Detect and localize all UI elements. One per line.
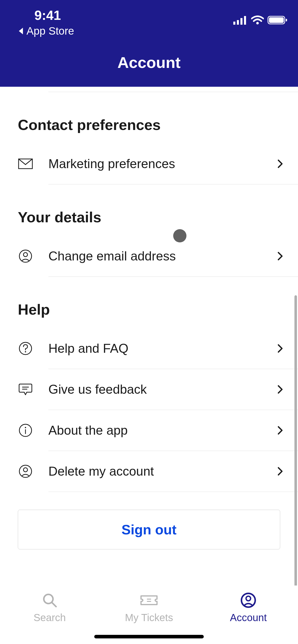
row-change-email[interactable]: Change email address (0, 236, 298, 276)
svg-rect-7 (286, 19, 287, 21)
svg-point-9 (19, 250, 32, 262)
row-label: Delete my account (48, 464, 275, 479)
cellular-icon (233, 16, 248, 25)
tab-search[interactable]: Search (0, 586, 99, 644)
svg-rect-1 (237, 20, 239, 25)
row-marketing-preferences[interactable]: Marketing preferences (0, 143, 298, 184)
chevron-right-icon (275, 343, 285, 354)
info-circle-icon (18, 423, 33, 438)
header: 9:41 App Store (0, 0, 298, 87)
svg-rect-3 (244, 16, 246, 25)
tab-label: Account (230, 612, 267, 623)
svg-rect-2 (240, 18, 242, 25)
home-indicator[interactable] (94, 635, 204, 638)
svg-point-18 (19, 465, 32, 477)
svg-point-12 (25, 351, 26, 353)
svg-line-21 (52, 603, 56, 607)
question-circle-icon (18, 341, 33, 356)
status-right-icons (233, 8, 288, 25)
row-label: Help and FAQ (48, 341, 275, 356)
page-title: Account (0, 38, 298, 87)
svg-rect-6 (269, 17, 284, 23)
status-bar: 9:41 App Store (0, 0, 298, 38)
wifi-icon (251, 16, 264, 25)
content-scroll[interactable]: Contact preferences Marketing preference… (0, 87, 298, 586)
person-circle-icon (18, 464, 33, 479)
svg-rect-0 (233, 22, 235, 25)
svg-point-10 (23, 253, 28, 257)
svg-point-4 (256, 22, 259, 24)
floating-dot[interactable] (173, 229, 186, 242)
back-to-app-store[interactable]: App Store (10, 25, 74, 37)
tab-label: Search (34, 612, 66, 623)
row-help-faq[interactable]: Help and FAQ (0, 328, 298, 369)
svg-point-19 (23, 468, 28, 472)
scroll-indicator[interactable] (294, 295, 297, 586)
row-delete-account[interactable]: Delete my account (0, 451, 298, 492)
search-icon (41, 593, 59, 608)
status-time: 9:41 (10, 8, 74, 23)
row-label: Marketing preferences (48, 156, 275, 171)
chevron-right-icon (275, 466, 285, 476)
row-about-app[interactable]: About the app (0, 410, 298, 451)
divider (48, 492, 298, 492)
chat-bubble-icon (18, 382, 33, 397)
chevron-right-icon (275, 159, 285, 169)
section-title-contact-preferences: Contact preferences (0, 92, 298, 143)
back-label: App Store (26, 25, 74, 37)
sign-out-button[interactable]: Sign out (18, 510, 280, 549)
tab-label: My Tickets (125, 612, 173, 623)
row-label: About the app (48, 423, 275, 438)
tab-account[interactable]: Account (199, 586, 298, 644)
ticket-icon (140, 593, 158, 608)
row-label: Change email address (48, 249, 275, 264)
svg-point-16 (25, 427, 26, 428)
chevron-right-icon (275, 251, 285, 261)
chevron-right-icon (275, 384, 285, 394)
section-title-help: Help (0, 277, 298, 328)
envelope-icon (18, 156, 33, 171)
back-caret-icon (18, 27, 24, 35)
row-label: Give us feedback (48, 382, 275, 397)
person-circle-icon (239, 593, 257, 608)
person-circle-icon (18, 248, 33, 264)
battery-icon (267, 15, 288, 25)
svg-point-25 (246, 596, 251, 601)
row-give-feedback[interactable]: Give us feedback (0, 369, 298, 410)
section-title-your-details: Your details (0, 184, 298, 236)
chevron-right-icon (275, 425, 285, 435)
